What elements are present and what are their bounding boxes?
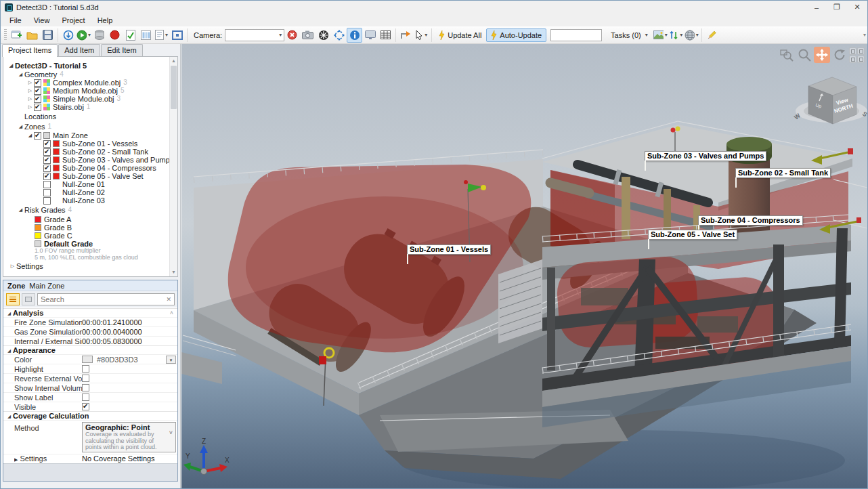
zone-label-05[interactable]: Sub-Zone 05 - Valve Set	[648, 230, 737, 240]
highlight-checkbox[interactable]	[82, 365, 89, 373]
run-icon[interactable]: ▾	[76, 28, 91, 43]
tab-project-items[interactable]: Project Items	[2, 44, 58, 57]
tree-item[interactable]: Stairs.obj1	[7, 103, 169, 111]
checkbox[interactable]	[43, 140, 51, 148]
checkbox[interactable]	[34, 95, 41, 103]
zoom-window-icon[interactable]	[779, 47, 795, 63]
checkbox[interactable]	[43, 148, 51, 156]
tree-sub-zone[interactable]: Sub-Zone 02 - Small Tank	[7, 148, 169, 156]
tab-edit-item[interactable]: Edit Item	[101, 44, 142, 57]
record-icon[interactable]	[107, 28, 123, 43]
cursor-icon[interactable]: ▾	[414, 28, 429, 43]
tree-risk-grades[interactable]: Risk Grades4	[7, 205, 169, 215]
fit-view-icon[interactable]	[169, 28, 185, 43]
tree-settings[interactable]: Settings	[7, 261, 169, 272]
tab-add-item[interactable]: Add Item	[58, 44, 100, 57]
tree-scrollbar[interactable]: ▲ ▼	[169, 57, 177, 276]
camera-icon[interactable]	[300, 28, 316, 43]
view-preset-icon[interactable]	[849, 56, 856, 63]
new-project-icon[interactable]	[9, 28, 24, 43]
tree-null-zone[interactable]: Null-Zone 03	[7, 196, 169, 205]
property-label[interactable]: ▶Settings	[14, 454, 82, 463]
group-analysis[interactable]: Analysis˄	[3, 308, 177, 317]
clear-search-icon[interactable]: ✕	[166, 296, 171, 303]
scrollbar-thumb[interactable]	[171, 66, 177, 109]
close-button[interactable]: ✕	[847, 1, 867, 14]
update-all-button[interactable]: Update All	[434, 28, 486, 42]
group-coverage[interactable]: Coverage Calculation	[3, 411, 177, 420]
menu-help[interactable]: Help	[91, 15, 119, 26]
delete-camera-icon[interactable]	[284, 28, 300, 43]
tree-grade[interactable]: Grade B	[7, 224, 169, 232]
visible-checkbox[interactable]	[82, 403, 89, 410]
checkbox[interactable]	[34, 104, 41, 111]
reverse-external-volume-checkbox[interactable]	[82, 375, 89, 382]
tree-zones[interactable]: Zones1	[7, 122, 169, 131]
checkbox[interactable]	[34, 87, 41, 95]
3d-viewport[interactable]: Up View NORTH W S Z X Y Sub-	[181, 44, 867, 488]
tasks-dropdown[interactable]: Tasks (0)▾	[606, 29, 653, 41]
view-preset-icon[interactable]	[857, 47, 865, 55]
alphabetical-view-button[interactable]	[22, 293, 35, 305]
checkbox[interactable]	[34, 79, 41, 87]
tree-null-zone[interactable]: Null-Zone 02	[7, 188, 169, 196]
tree-root[interactable]: Detect3D - Tutorial 5	[7, 60, 169, 70]
globe-icon[interactable]: ▾	[684, 28, 699, 43]
tree-sub-zone[interactable]: Sub-Zone 05 - Valve Set	[7, 172, 169, 180]
restore-button[interactable]: ❐	[827, 1, 847, 14]
categorized-view-button[interactable]	[6, 293, 20, 305]
color-dropdown-button[interactable]: ▾	[166, 356, 176, 364]
group-appearance[interactable]: Appearance	[3, 345, 177, 354]
tree-item[interactable]: Medium Module.obj5	[7, 87, 169, 95]
toolbar-overflow-icon[interactable]: ▾	[863, 32, 866, 38]
zone-label-04[interactable]: Sub-Zone 04 - Compressors	[698, 215, 803, 226]
tree-item[interactable]: Simple Module.obj3	[7, 95, 169, 103]
camera-select[interactable]: ▾	[225, 29, 284, 41]
measure-pencil-icon[interactable]	[704, 28, 720, 43]
tree-locations[interactable]: Locations	[7, 111, 169, 122]
menu-file[interactable]: File	[3, 15, 28, 26]
crosshair-icon[interactable]	[331, 28, 347, 43]
report-check-icon[interactable]	[123, 28, 138, 43]
monitor-icon[interactable]	[362, 28, 378, 43]
tree-geometry[interactable]: Geometry4	[7, 70, 169, 79]
menu-project[interactable]: Project	[56, 15, 91, 26]
toolbar-text-input[interactable]	[550, 29, 602, 41]
auto-update-toggle[interactable]: Auto-Update	[486, 28, 546, 42]
show-internal-volume-checkbox[interactable]	[82, 384, 89, 391]
orbit-icon[interactable]	[831, 47, 848, 63]
snapshot-icon[interactable]: ▾	[653, 28, 668, 43]
method-select[interactable]: Geographic: Point Coverage is evaluated …	[82, 422, 176, 452]
document-menu-icon[interactable]: ▾	[154, 28, 169, 43]
import-icon[interactable]	[60, 28, 76, 43]
tree-item[interactable]: Complex Module.obj3	[7, 79, 169, 87]
info-toggle-icon[interactable]	[347, 28, 362, 43]
zone-label-02[interactable]: Sub-Zone 02 - Small Tank	[735, 168, 831, 178]
target-icon[interactable]	[316, 28, 331, 43]
tree-sub-zone[interactable]: Sub-Zone 03 - Valves and Pumps	[7, 156, 169, 164]
view-preset-icon[interactable]	[857, 56, 865, 63]
zone-label-01[interactable]: Sub-Zone 01 - Vessels	[407, 244, 491, 255]
search-input[interactable]	[41, 295, 166, 303]
minimize-button[interactable]: –	[806, 1, 827, 14]
search-box[interactable]: ✕	[37, 293, 175, 305]
tree-grade[interactable]: Grade C	[7, 232, 169, 240]
tree-sub-zone[interactable]: Sub-Zone 04 - Compressors	[7, 164, 169, 172]
pan-icon[interactable]	[814, 47, 830, 63]
view-preset-icon[interactable]	[849, 47, 856, 55]
tree-grade[interactable]: Grade A	[7, 215, 169, 224]
tree-null-zone[interactable]: Null-Zone 01	[7, 180, 169, 188]
sort-icon[interactable]: ▾	[668, 28, 684, 43]
checkbox[interactable]	[43, 181, 51, 188]
zone-label-03[interactable]: Sub-Zone 03 - Valves and Pumps	[645, 151, 766, 161]
tree-sub-zone[interactable]: Sub-Zone 01 - Vessels	[7, 140, 169, 148]
checkbox[interactable]	[43, 156, 51, 164]
checkbox[interactable]	[43, 189, 51, 196]
save-icon[interactable]	[40, 28, 56, 43]
checkbox[interactable]	[34, 132, 41, 140]
show-label-checkbox[interactable]	[82, 394, 89, 401]
checkbox[interactable]	[43, 173, 51, 180]
checkbox[interactable]	[43, 165, 51, 172]
menu-view[interactable]: View	[28, 15, 56, 26]
grid-table-icon[interactable]	[378, 28, 393, 43]
